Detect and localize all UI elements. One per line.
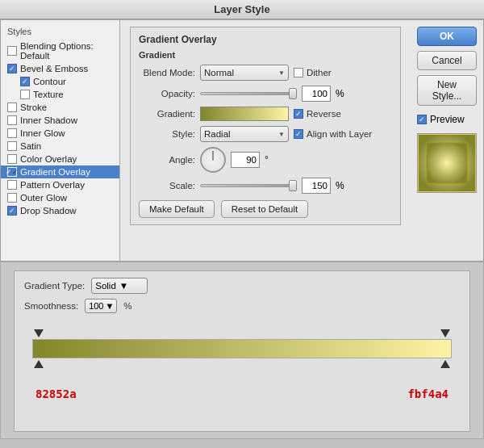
sidebar-label-contour: Contour — [33, 77, 66, 86]
dither-checkbox[interactable] — [294, 68, 303, 77]
color-overlay-checkbox[interactable] — [7, 154, 17, 164]
scale-unit: % — [336, 180, 344, 191]
angle-input[interactable] — [231, 152, 260, 168]
preview-thumbnail — [417, 133, 477, 193]
blend-mode-arrow: ▼ — [278, 69, 285, 77]
pattern-overlay-checkbox[interactable] — [7, 180, 17, 190]
gradient-type-label: Gradient Type: — [24, 281, 85, 291]
drop-shadow-checkbox[interactable] — [7, 206, 17, 216]
layer-style-dialog: Styles Blending Options: Default Bevel &… — [0, 19, 484, 262]
gradient-type-row: Gradient Type: Solid ▼ — [24, 278, 460, 294]
sidebar-label-inner-glow: Inner Glow — [20, 128, 65, 138]
opacity-slider[interactable] — [200, 88, 297, 99]
new-style-button[interactable]: New Style... — [417, 75, 477, 106]
make-default-button[interactable]: Make Default — [139, 200, 215, 218]
opacity-input[interactable] — [302, 86, 331, 102]
style-select[interactable]: Radial ▼ — [200, 126, 289, 142]
bottom-stops — [32, 360, 452, 371]
dither-check-row[interactable]: Dither — [294, 68, 332, 77]
content-panel: Gradient Overlay Gradient Blend Mode: No… — [120, 20, 411, 261]
gradient-editor-inner: Gradient Type: Solid ▼ Smoothness: 100 ▼… — [14, 270, 470, 432]
reverse-label: Reverse — [307, 109, 341, 119]
bottom-stop-right[interactable] — [440, 360, 450, 368]
reverse-check-row[interactable]: Reverse — [294, 109, 341, 119]
angle-unit: ° — [265, 154, 269, 165]
style-value: Radial — [204, 129, 231, 139]
cancel-button[interactable]: Cancel — [417, 51, 477, 70]
scale-slider[interactable] — [200, 180, 297, 191]
style-arrow: ▼ — [278, 131, 285, 138]
sidebar-item-pattern-overlay[interactable]: Pattern Overlay — [1, 178, 119, 191]
opacity-row: Opacity: % — [139, 86, 392, 102]
top-stop-left[interactable] — [34, 329, 44, 337]
satin-checkbox[interactable] — [7, 141, 17, 151]
sidebar-item-inner-glow[interactable]: Inner Glow — [1, 127, 119, 140]
reverse-checkbox[interactable] — [294, 109, 303, 119]
blending-options-checkbox[interactable] — [7, 46, 17, 56]
gradient-type-select[interactable]: Solid ▼ — [91, 278, 148, 294]
sidebar-label-bevel-emboss: Bevel & Emboss — [20, 64, 88, 73]
sidebar-item-gradient-overlay[interactable]: ✓ Gradient Overlay — [1, 165, 119, 178]
sidebar-label-stroke: Stroke — [20, 103, 47, 112]
preview-image — [419, 135, 475, 191]
outer-glow-checkbox[interactable] — [7, 193, 17, 203]
blend-mode-select[interactable]: Normal ▼ — [200, 65, 289, 81]
scale-row: Scale: % — [139, 178, 392, 194]
style-row: Style: Radial ▼ Align with Layer — [139, 126, 392, 142]
sidebar-label-gradient-overlay: Gradient Overlay — [20, 167, 90, 177]
align-layer-checkbox[interactable] — [294, 129, 303, 139]
preview-label: Preview — [430, 114, 465, 125]
scale-input[interactable] — [302, 178, 331, 194]
sidebar-item-bevel-emboss[interactable]: Bevel & Emboss — [1, 62, 119, 75]
top-stops — [32, 329, 452, 339]
angle-line — [213, 151, 214, 161]
stroke-checkbox[interactable] — [7, 103, 17, 112]
opacity-slider-thumb[interactable] — [289, 88, 297, 99]
scale-slider-thumb[interactable] — [289, 180, 297, 191]
sidebar-item-inner-shadow[interactable]: Inner Shadow — [1, 114, 119, 127]
gradient-overlay-checkbox[interactable]: ✓ — [7, 167, 17, 177]
gradient-type-arrow: ▼ — [119, 281, 128, 291]
inner-glow-checkbox[interactable] — [7, 128, 17, 138]
sidebar-item-stroke[interactable]: Stroke — [1, 101, 119, 114]
bottom-stop-left[interactable] — [34, 360, 44, 368]
gradient-type-value: Solid — [95, 281, 116, 291]
section-title: Gradient Overlay — [139, 34, 392, 45]
sidebar-label-satin: Satin — [20, 141, 41, 151]
sidebar-item-drop-shadow[interactable]: Drop Shadow — [1, 204, 119, 217]
ok-button[interactable]: OK — [417, 27, 477, 46]
texture-checkbox[interactable] — [20, 90, 30, 99]
dither-label: Dither — [307, 68, 332, 77]
gradient-bar[interactable] — [32, 339, 452, 358]
sidebar-item-outer-glow[interactable]: Outer Glow — [1, 191, 119, 204]
top-stop-right[interactable] — [440, 329, 450, 337]
title-bar: Layer Style — [0, 0, 484, 19]
sidebar-label-inner-shadow: Inner Shadow — [20, 115, 77, 125]
opacity-slider-track — [200, 92, 297, 95]
hex-label-left: 82852a — [35, 387, 77, 400]
sidebar-item-contour[interactable]: Contour — [1, 75, 119, 88]
gradient-row: Gradient: Reverse — [139, 107, 392, 121]
bottom-buttons: Make Default Reset to Default — [139, 200, 392, 218]
contour-checkbox[interactable] — [20, 77, 30, 86]
gradient-editor-panel: Gradient Type: Solid ▼ Smoothness: 100 ▼… — [0, 262, 484, 439]
gradient-bar-area: 82852a fbf4a4 — [24, 318, 460, 425]
inner-shadow-checkbox[interactable] — [7, 115, 17, 125]
smoothness-value: 100 — [89, 301, 103, 311]
opacity-label: Opacity: — [139, 89, 195, 98]
sidebar-item-color-overlay[interactable]: Color Overlay — [1, 153, 119, 165]
reset-to-default-button[interactable]: Reset to Default — [221, 200, 308, 218]
preview-checkbox[interactable] — [417, 115, 427, 124]
align-layer-check-row[interactable]: Align with Layer — [294, 129, 372, 139]
sidebar-item-blending-options[interactable]: Blending Options: Default — [1, 40, 119, 62]
gradient-swatch[interactable] — [200, 107, 289, 121]
svg-rect-1 — [427, 143, 467, 183]
angle-wheel[interactable] — [200, 147, 226, 173]
smoothness-select[interactable]: 100 ▼ — [85, 299, 117, 313]
preview-label-row: Preview — [417, 114, 477, 125]
bevel-emboss-checkbox[interactable] — [7, 64, 17, 73]
blend-mode-label: Blend Mode: — [139, 68, 195, 77]
sidebar-item-texture[interactable]: Texture — [1, 88, 119, 101]
smoothness-arrow: ▼ — [105, 301, 114, 311]
sidebar-item-satin[interactable]: Satin — [1, 140, 119, 153]
